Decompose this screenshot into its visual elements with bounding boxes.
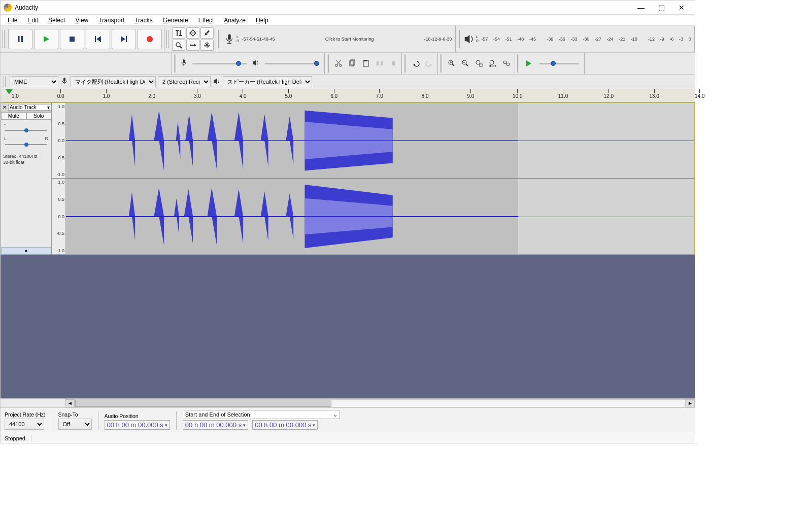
waveform-channel-left[interactable] — [66, 103, 694, 178]
selection-tool[interactable] — [172, 27, 185, 39]
undo-redo-toolbar — [402, 53, 438, 74]
toolbar-grip[interactable] — [517, 54, 520, 73]
multi-tool[interactable] — [200, 40, 214, 51]
zoom-toggle-button[interactable] — [500, 57, 513, 70]
toolbar-grip[interactable] — [166, 30, 170, 48]
playback-speed-slider[interactable] — [536, 60, 582, 67]
skip-end-button[interactable] — [112, 29, 136, 49]
menu-effect[interactable]: Effect — [193, 16, 219, 25]
project-rate-select[interactable]: 44100 — [5, 419, 44, 430]
speaker-icon[interactable] — [463, 33, 475, 45]
draw-tool[interactable] — [200, 27, 214, 39]
snap-to-select[interactable]: Off — [58, 419, 92, 430]
fit-project-button[interactable] — [487, 57, 499, 70]
waveform-channel-right[interactable] — [66, 179, 694, 254]
stop-button[interactable] — [60, 29, 84, 49]
toolbar-grip[interactable] — [327, 54, 330, 73]
scroll-thumb[interactable] — [75, 400, 331, 407]
playback-volume-slider[interactable] — [261, 60, 322, 67]
timeline-ruler[interactable]: 1.00.01.02.03.04.05.06.07.08.09.010.011.… — [1, 89, 695, 102]
status-text: Stopped. — [5, 435, 27, 441]
menu-help[interactable]: Help — [251, 16, 274, 25]
scroll-right-button[interactable]: ► — [686, 399, 695, 407]
scroll-left-button[interactable]: ◄ — [65, 399, 75, 407]
audio-host-select[interactable]: MME — [10, 76, 58, 87]
svg-line-35 — [337, 60, 341, 64]
title-bar: Audacity — ▢ ✕ — [1, 1, 695, 15]
svg-rect-3 — [70, 37, 75, 42]
toolbar-grip[interactable] — [458, 30, 461, 48]
track-mute-button[interactable]: Mute — [1, 112, 26, 120]
redo-button[interactable] — [423, 57, 435, 70]
menu-tracks[interactable]: Tracks — [129, 16, 158, 25]
selection-start-value[interactable]: 00 h 00 m 00.000 s▾ — [183, 420, 248, 430]
track-solo-button[interactable]: Solo — [26, 112, 52, 120]
menu-file[interactable]: File — [3, 16, 22, 25]
svg-marker-29 — [464, 35, 469, 44]
menu-analyze[interactable]: Analyze — [219, 16, 251, 25]
svg-rect-0 — [18, 36, 20, 42]
skip-start-button[interactable] — [86, 29, 110, 49]
cut-button[interactable] — [332, 57, 345, 70]
svg-marker-5 — [96, 36, 101, 42]
svg-marker-2 — [44, 36, 49, 42]
recording-meter-toolbar: LR -57-54-51-48-45 Click to Start Monito… — [216, 26, 456, 52]
horizontal-scrollbar[interactable]: ◄ ► — [1, 398, 695, 407]
zoom-out-button[interactable] — [459, 57, 471, 70]
record-meter-hint[interactable]: Click to Start Monitoring — [275, 37, 424, 42]
silence-button[interactable] — [387, 57, 399, 70]
menu-select[interactable]: Select — [43, 16, 70, 25]
toolbar-grip[interactable] — [174, 54, 177, 73]
svg-rect-26 — [228, 34, 231, 40]
menu-transport[interactable]: Transport — [93, 16, 129, 25]
empty-workspace[interactable] — [1, 255, 695, 398]
trim-button[interactable] — [374, 57, 386, 70]
envelope-tool[interactable] — [186, 27, 199, 39]
recording-volume-slider[interactable] — [189, 60, 250, 67]
timeshift-tool[interactable] — [186, 40, 199, 51]
pause-button[interactable] — [8, 29, 32, 49]
paste-button[interactable] — [360, 57, 372, 70]
audio-position-value[interactable]: 00 h 00 m 00.000 s▾ — [105, 420, 170, 430]
selection-mode-select[interactable]: Start and End of Selection⌄ — [183, 410, 340, 419]
track-gain-slider[interactable] — [4, 128, 48, 133]
undo-button[interactable] — [410, 57, 422, 70]
recording-device-select[interactable]: マイク配列 (Realtek High Def — [71, 76, 156, 87]
track-collapse-button[interactable]: ▲ — [1, 247, 51, 254]
track-pan-slider[interactable] — [4, 142, 48, 147]
svg-rect-4 — [95, 36, 96, 42]
fit-selection-button[interactable] — [473, 57, 485, 70]
selection-end-value[interactable]: 00 h 00 m 00.000 s▾ — [252, 420, 318, 430]
playback-device-select[interactable]: スピーカー (Realtek High Defir — [223, 76, 312, 87]
window-minimize-button[interactable]: — — [631, 1, 651, 14]
recording-channels-select[interactable]: 2 (Stereo) Recor — [158, 76, 211, 87]
toolbar-row-2 — [1, 53, 695, 75]
zoom-in-button[interactable] — [446, 57, 458, 70]
zoom-tool[interactable] — [172, 40, 185, 51]
svg-rect-40 — [364, 60, 367, 61]
track-name-dropdown[interactable]: Audio Track▾ — [8, 104, 51, 111]
play-button[interactable] — [34, 29, 58, 49]
menu-edit[interactable]: Edit — [22, 16, 43, 25]
track-close-button[interactable]: ✕ — [1, 105, 8, 110]
svg-rect-16 — [206, 30, 210, 33]
svg-marker-57 — [489, 65, 491, 67]
ruler-tick: 9.0 — [467, 89, 474, 99]
toolbar-grip[interactable] — [440, 54, 443, 73]
window-close-button[interactable]: ✕ — [671, 1, 692, 14]
record-button[interactable] — [138, 29, 162, 49]
window-maximize-button[interactable]: ▢ — [651, 1, 671, 14]
menu-generate[interactable]: Generate — [158, 16, 193, 25]
toolbar-grip[interactable] — [218, 30, 221, 48]
play-at-speed-toolbar — [515, 53, 585, 74]
playback-meter-toolbar: LR -57-54-51-48-45-39-36-33-30-27-24-21-… — [456, 26, 695, 52]
microphone-icon[interactable] — [224, 33, 235, 45]
vertical-scale-right: 1.00.50.0-0.5-1.0 — [52, 179, 66, 254]
menu-view[interactable]: View — [70, 16, 93, 25]
toolbar-grip[interactable] — [404, 54, 407, 73]
toolbar-grip[interactable] — [3, 30, 6, 48]
play-at-speed-button[interactable] — [523, 57, 535, 70]
toolbar-grip[interactable] — [4, 76, 7, 87]
selection-toolbar: Project Rate (Hz) 44100 Snap-To Off Audi… — [1, 407, 695, 433]
copy-button[interactable] — [346, 57, 358, 70]
